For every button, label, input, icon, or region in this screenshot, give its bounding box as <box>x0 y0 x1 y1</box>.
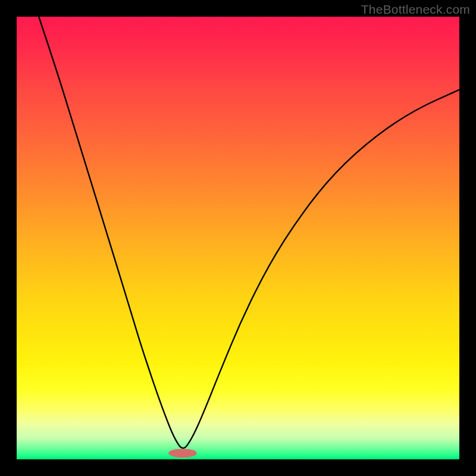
plot-area <box>17 17 459 459</box>
outer-frame: TheBottleneck.com <box>0 0 476 476</box>
optimal-marker <box>168 449 197 458</box>
watermark-text: TheBottleneck.com <box>361 2 470 17</box>
gradient-backdrop <box>17 17 459 459</box>
